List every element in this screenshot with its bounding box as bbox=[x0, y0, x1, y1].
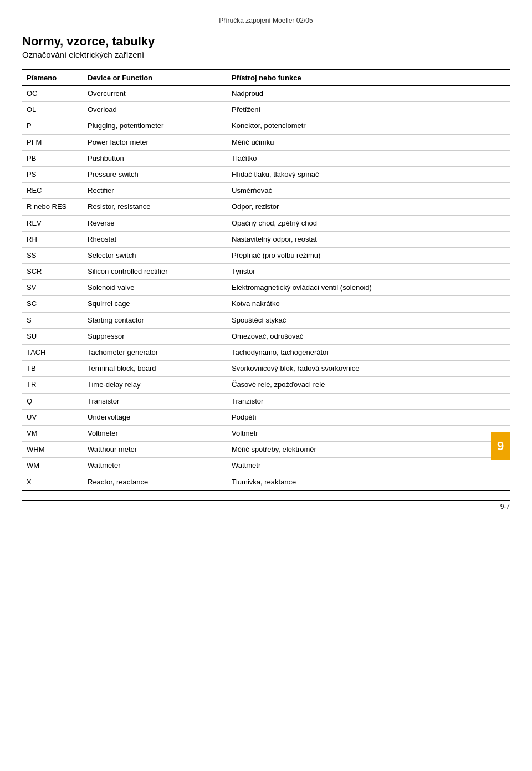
main-title: Normy, vzorce, tabulky bbox=[22, 34, 510, 49]
cell-abbr: SS bbox=[22, 247, 83, 263]
cell-abbr: SU bbox=[22, 328, 83, 344]
cell-czech: Tlačítko bbox=[227, 150, 510, 166]
table-row: XReactor, reactanceTlumivka, reaktance bbox=[22, 474, 510, 491]
cell-abbr: UV bbox=[22, 409, 83, 425]
section-badge: 9 bbox=[491, 432, 510, 460]
cell-abbr: REC bbox=[22, 183, 83, 199]
table-row: SStarting contactorSpouštěcí stykač bbox=[22, 312, 510, 328]
cell-device: Pressure switch bbox=[83, 166, 227, 182]
cell-czech: Svorkovnicový blok, řadová svorkovnice bbox=[227, 361, 510, 377]
table-row: SUSuppressorOmezovač, odrušovač bbox=[22, 328, 510, 344]
cell-czech: Wattmetr bbox=[227, 458, 510, 474]
cell-abbr: TR bbox=[22, 377, 83, 393]
cell-device: Undervoltage bbox=[83, 409, 227, 425]
table-row: SVSolenoid valveElektromagnetický ovláda… bbox=[22, 280, 510, 296]
cell-abbr: WM bbox=[22, 458, 83, 474]
cell-abbr: X bbox=[22, 474, 83, 491]
cell-device: Resistor, resistance bbox=[83, 199, 227, 215]
cell-abbr: S bbox=[22, 312, 83, 328]
cell-czech: Časové relé, zpožďovací relé bbox=[227, 377, 510, 393]
cell-device: Transistor bbox=[83, 393, 227, 409]
cell-abbr: SCR bbox=[22, 264, 83, 280]
cell-abbr: PFM bbox=[22, 134, 83, 150]
cell-device: Watthour meter bbox=[83, 442, 227, 458]
table-row: TBTerminal block, boardSvorkovnicový blo… bbox=[22, 361, 510, 377]
cell-czech: Přepínač (pro volbu režimu) bbox=[227, 247, 510, 263]
cell-device: Wattmeter bbox=[83, 458, 227, 474]
col-header-abbr: Písmeno bbox=[22, 70, 83, 86]
cell-device: Starting contactor bbox=[83, 312, 227, 328]
cell-device: Rheostat bbox=[83, 231, 227, 247]
cell-abbr: TACH bbox=[22, 345, 83, 361]
cell-device: Squirrel cage bbox=[83, 296, 227, 312]
cell-abbr: SC bbox=[22, 296, 83, 312]
cell-abbr: PS bbox=[22, 166, 83, 182]
table-row: RHRheostatNastavitelný odpor, reostat bbox=[22, 231, 510, 247]
cell-abbr: P bbox=[22, 118, 83, 134]
cell-czech: Přetížení bbox=[227, 102, 510, 118]
table-row: PBPushbuttonTlačítko bbox=[22, 150, 510, 166]
cell-device: Plugging, potentiometer bbox=[83, 118, 227, 134]
table-row: WHMWatthour meterMěřič spotřeby, elektro… bbox=[22, 442, 510, 458]
table-row: RECRectifierUsměrňovač bbox=[22, 183, 510, 199]
cell-czech: Tlumivka, reaktance bbox=[227, 474, 510, 491]
cell-device: Overcurrent bbox=[83, 86, 227, 102]
cell-czech: Kotva nakrátko bbox=[227, 296, 510, 312]
cell-czech: Odpor, rezistor bbox=[227, 199, 510, 215]
cell-czech: Spouštěcí stykač bbox=[227, 312, 510, 328]
cell-czech: Omezovač, odrušovač bbox=[227, 328, 510, 344]
table-row: OCOvercurrentNadproud bbox=[22, 86, 510, 102]
table-row: WMWattmeterWattmetr bbox=[22, 458, 510, 474]
table-row: PPlugging, potentiometerKonektor, potenc… bbox=[22, 118, 510, 134]
cell-device: Power factor meter bbox=[83, 134, 227, 150]
table-row: SCRSilicon controlled rectifierTyristor bbox=[22, 264, 510, 280]
cell-czech: Tachodynamo, tachogenerátor bbox=[227, 345, 510, 361]
cell-czech: Tyristor bbox=[227, 264, 510, 280]
cell-czech: Měřič účiníku bbox=[227, 134, 510, 150]
table-row: VMVoltmeterVoltmetr bbox=[22, 425, 510, 441]
cell-czech: Nadproud bbox=[227, 86, 510, 102]
cell-device: Selector switch bbox=[83, 247, 227, 263]
page-header: Příručka zapojení Moeller 02/05 bbox=[22, 17, 510, 24]
cell-abbr: OC bbox=[22, 86, 83, 102]
cell-device: Suppressor bbox=[83, 328, 227, 344]
table-row: REVReverseOpačný chod, zpětný chod bbox=[22, 215, 510, 231]
table-row: SCSquirrel cageKotva nakrátko bbox=[22, 296, 510, 312]
col-header-device: Device or Function bbox=[83, 70, 227, 86]
main-table: Písmeno Device or Function Přístroj nebo… bbox=[22, 69, 510, 491]
table-row: PSPressure switchHlídač tlaku, tlakový s… bbox=[22, 166, 510, 182]
cell-czech: Usměrňovač bbox=[227, 183, 510, 199]
table-row: R nebo RESResistor, resistanceOdpor, rez… bbox=[22, 199, 510, 215]
sub-title: Označování elektrických zařízení bbox=[22, 50, 510, 59]
table-row: TACHTachometer generatorTachodynamo, tac… bbox=[22, 345, 510, 361]
cell-abbr: OL bbox=[22, 102, 83, 118]
cell-czech: Voltmetr bbox=[227, 425, 510, 441]
cell-abbr: REV bbox=[22, 215, 83, 231]
col-header-czech: Přístroj nebo funkce bbox=[227, 70, 510, 86]
cell-device: Solenoid valve bbox=[83, 280, 227, 296]
cell-abbr: SV bbox=[22, 280, 83, 296]
cell-czech: Měřič spotřeby, elektroměr bbox=[227, 442, 510, 458]
cell-abbr: R nebo RES bbox=[22, 199, 83, 215]
cell-abbr: Q bbox=[22, 393, 83, 409]
cell-czech: Tranzistor bbox=[227, 393, 510, 409]
cell-device: Pushbutton bbox=[83, 150, 227, 166]
cell-czech: Elektromagnetický ovládací ventil (solen… bbox=[227, 280, 510, 296]
cell-device: Rectifier bbox=[83, 183, 227, 199]
cell-device: Time-delay relay bbox=[83, 377, 227, 393]
cell-device: Terminal block, board bbox=[83, 361, 227, 377]
cell-abbr: PB bbox=[22, 150, 83, 166]
cell-abbr: VM bbox=[22, 425, 83, 441]
table-row: SSSelector switchPřepínač (pro volbu rež… bbox=[22, 247, 510, 263]
cell-czech: Opačný chod, zpětný chod bbox=[227, 215, 510, 231]
cell-device: Overload bbox=[83, 102, 227, 118]
table-row: PFMPower factor meterMěřič účiníku bbox=[22, 134, 510, 150]
cell-device: Reverse bbox=[83, 215, 227, 231]
table-row: OLOverloadPřetížení bbox=[22, 102, 510, 118]
page-footer: 9-7 bbox=[22, 500, 510, 510]
cell-abbr: TB bbox=[22, 361, 83, 377]
table-row: TRTime-delay relayČasové relé, zpožďovac… bbox=[22, 377, 510, 393]
cell-abbr: RH bbox=[22, 231, 83, 247]
cell-device: Tachometer generator bbox=[83, 345, 227, 361]
cell-device: Voltmeter bbox=[83, 425, 227, 441]
